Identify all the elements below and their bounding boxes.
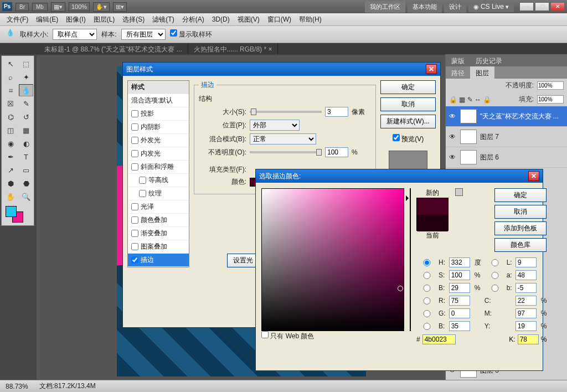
r-radio[interactable]: R: xyxy=(416,297,446,305)
view-tool[interactable]: ✋▾ xyxy=(93,2,110,12)
tab-paths[interactable]: 路径 xyxy=(446,66,470,79)
c-input[interactable] xyxy=(516,296,537,306)
style-item-stroke[interactable]: 描边 xyxy=(128,254,189,267)
menu-edit[interactable]: 编辑(E) xyxy=(33,14,61,25)
visibility-icon[interactable]: 👁 xyxy=(449,153,457,161)
style-item[interactable]: 投影 xyxy=(128,107,189,121)
g-radio[interactable]: G: xyxy=(416,310,446,317)
doc-tab-2[interactable]: 火热报名中...... RGB/8) * × xyxy=(188,43,279,54)
menu-image[interactable]: 图像(I) xyxy=(63,14,89,25)
menu-view[interactable]: 视图(V) xyxy=(234,14,263,25)
layer-row[interactable]: 👁 T "天之蓝"杯艺术交流大赛 ... xyxy=(446,106,567,127)
size-slider[interactable] xyxy=(250,111,322,113)
doc-tab-1[interactable]: 未标题-1 @ 88.7% ("天之蓝"杯艺术交流大赛 ... xyxy=(39,43,188,54)
brush-tool[interactable]: ✎ xyxy=(19,97,33,110)
menu-help[interactable]: 帮助(H) xyxy=(296,14,325,25)
tab-layers[interactable]: 图层 xyxy=(470,66,494,79)
blend-defaults[interactable]: 混合选项:默认 xyxy=(128,94,189,107)
styles-header[interactable]: 样式 xyxy=(128,81,189,94)
path-tool[interactable]: ↗ xyxy=(3,164,18,176)
menu-3d[interactable]: 3D(D) xyxy=(209,14,233,24)
b-radio[interactable]: B: xyxy=(416,284,446,292)
hand-tool[interactable]: ✋ xyxy=(3,190,18,203)
zoom-status[interactable]: 88.73% xyxy=(6,383,28,390)
gamut-warning-icon[interactable] xyxy=(455,188,463,196)
color-lib-button[interactable]: 颜色库 xyxy=(494,238,547,252)
pen-tool[interactable]: ✒ xyxy=(3,151,18,163)
fill-input[interactable] xyxy=(537,95,564,104)
blur-tool[interactable]: ◉ xyxy=(3,137,18,149)
move-tool[interactable]: ↖ xyxy=(3,58,18,70)
basic-tab[interactable]: 基本功能 xyxy=(408,1,442,13)
dodge-tool[interactable]: ◐ xyxy=(19,137,33,149)
br-button[interactable]: Br xyxy=(16,3,29,11)
style-item[interactable]: 斜面和浮雕 xyxy=(128,161,189,174)
hex-input[interactable] xyxy=(422,334,456,344)
layer-row[interactable]: 👁 图层 6 xyxy=(446,147,567,168)
shape-tool[interactable]: ▭ xyxy=(19,164,33,176)
tab-history[interactable]: 历史记录 xyxy=(470,54,508,66)
h-input[interactable] xyxy=(449,257,470,267)
m-input[interactable] xyxy=(516,308,537,318)
s-input[interactable] xyxy=(449,270,470,280)
s-radio[interactable]: S: xyxy=(416,271,446,279)
eraser-tool[interactable]: ◫ xyxy=(3,124,18,136)
size-input[interactable] xyxy=(325,107,348,117)
l-input[interactable] xyxy=(516,257,537,267)
bv-radio[interactable]: B: xyxy=(416,322,446,330)
sample-select[interactable]: 所有图层 xyxy=(121,29,166,40)
close-button[interactable]: ✕ xyxy=(550,2,565,11)
heal-tool[interactable]: ☒ xyxy=(3,97,18,110)
sample-size-select[interactable]: 取样点 xyxy=(53,29,97,40)
screen-mode[interactable]: ⊞▾ xyxy=(113,2,127,12)
ok-button[interactable]: 确定 xyxy=(380,80,436,94)
tab-mask[interactable]: 蒙版 xyxy=(446,54,470,66)
lasso-tool[interactable]: ⌕ xyxy=(3,71,18,83)
style-item[interactable]: 内阴影 xyxy=(128,121,189,134)
cancel-button[interactable]: 取消 xyxy=(494,205,547,219)
g-input[interactable] xyxy=(449,308,470,318)
style-item[interactable]: 等高线 xyxy=(128,174,189,187)
crop-tool[interactable]: ⌗ xyxy=(3,84,18,96)
k-input[interactable] xyxy=(518,334,539,344)
3d-tool[interactable]: ⬢ xyxy=(3,177,18,189)
color-swatches[interactable] xyxy=(3,204,33,224)
dialog-title-bar[interactable]: 图层样式 ✕ xyxy=(123,63,440,76)
type-tool[interactable]: T xyxy=(19,151,33,163)
menu-select[interactable]: 选择(S) xyxy=(119,14,148,25)
lab-b-input[interactable] xyxy=(516,283,537,293)
menu-filter[interactable]: 滤镜(T) xyxy=(149,14,177,25)
visibility-icon[interactable]: 👁 xyxy=(449,112,457,120)
cslive-tab[interactable]: ◉ CS Live ▾ xyxy=(468,1,514,12)
eyedropper-tool[interactable]: 💧 xyxy=(19,84,33,96)
layer-row[interactable]: 👁 图层 7 xyxy=(446,127,567,147)
h-radio[interactable]: H: xyxy=(416,259,446,266)
b-input[interactable] xyxy=(449,283,470,293)
dialog-close-icon[interactable]: ✕ xyxy=(528,171,539,181)
stamp-tool[interactable]: ⌬ xyxy=(3,111,18,123)
style-item[interactable]: 光泽 xyxy=(128,200,189,214)
wand-tool[interactable]: ✦ xyxy=(19,71,33,83)
color-field[interactable] xyxy=(261,188,404,331)
color-compare-swatch[interactable] xyxy=(416,198,449,231)
a-input[interactable] xyxy=(516,270,537,280)
l-radio[interactable]: L: xyxy=(484,259,512,266)
workspace-tab[interactable]: 我的工作区 xyxy=(365,1,405,13)
a-radio[interactable]: a: xyxy=(484,271,512,279)
marquee-tool[interactable]: ⬚ xyxy=(19,58,33,70)
lock-icons[interactable]: 🔒 ▦ ✎ ↔ 🔒 xyxy=(449,96,491,104)
position-select[interactable]: 外部 xyxy=(250,120,300,131)
menu-layer[interactable]: 图层(L) xyxy=(90,14,118,25)
history-brush-tool[interactable]: ↺ xyxy=(19,111,33,123)
design-tab[interactable]: 设计 xyxy=(444,1,466,13)
fg-color[interactable] xyxy=(6,206,17,217)
r-input[interactable] xyxy=(449,296,470,306)
opacity-slider[interactable] xyxy=(250,151,322,153)
gradient-tool[interactable]: ▦ xyxy=(19,124,33,136)
menu-file[interactable]: 文件(F) xyxy=(3,14,32,25)
3d-camera-tool[interactable]: ⬣ xyxy=(19,177,33,189)
preview-checkbox[interactable]: 预览(V) xyxy=(380,134,436,144)
dialog-title-bar[interactable]: 选取描边颜色: ✕ xyxy=(256,169,543,183)
ok-button[interactable]: 确定 xyxy=(494,188,547,202)
style-item[interactable]: 图案叠加 xyxy=(128,240,189,254)
